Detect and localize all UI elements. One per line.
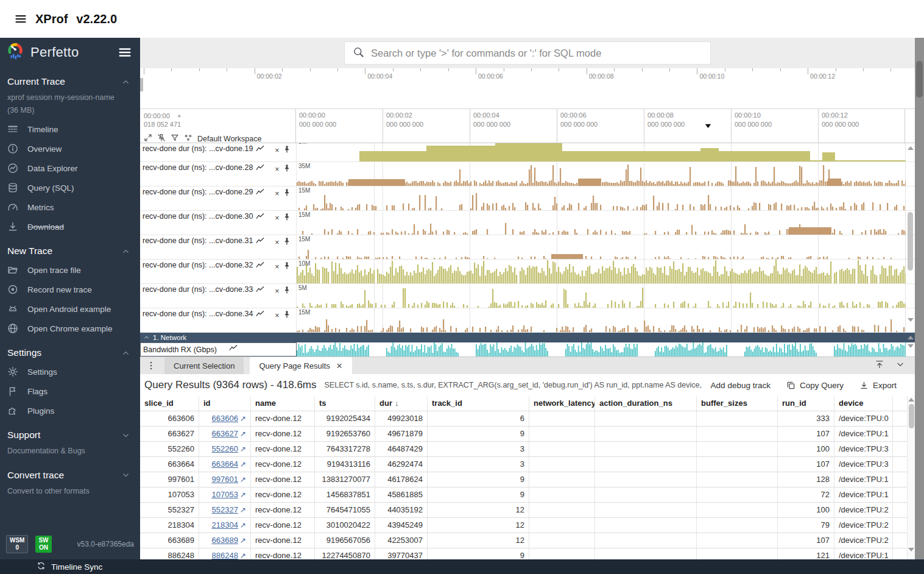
close-icon[interactable]: undefined× xyxy=(267,213,279,222)
bandwidth-track-label[interactable]: Bandwidth RX (Gbps) xyxy=(140,342,297,356)
track-plot[interactable]: 5M xyxy=(297,284,915,308)
close-icon[interactable]: undefined× xyxy=(267,188,279,198)
pin-icon[interactable] xyxy=(283,145,291,154)
id-link[interactable]: 552260 xyxy=(212,444,238,453)
workspace-label[interactable]: Default Workspace xyxy=(197,135,261,143)
open-in-new-icon[interactable]: ↗ xyxy=(240,445,246,453)
open-in-new-icon[interactable]: ↗ xyxy=(240,460,246,469)
table-row[interactable]: 552327552327↗recv-done.12764547105544035… xyxy=(140,503,908,518)
track-plot[interactable]: 15M xyxy=(297,211,915,235)
track-plot[interactable]: 15M xyxy=(297,308,915,332)
id-link[interactable]: 663664 xyxy=(212,459,238,469)
sidebar-item-download[interactable]: Download xyxy=(0,217,140,236)
pin-icon[interactable] xyxy=(283,286,291,294)
track-plot[interactable]: 5M xyxy=(297,143,915,161)
sidebar-item-open-chrome-example[interactable]: Open Chrome example xyxy=(0,319,140,338)
id-link[interactable]: 997601 xyxy=(212,475,238,484)
section-header-convert-trace[interactable]: Convert trace xyxy=(0,461,140,484)
expand-icon[interactable] xyxy=(144,133,152,144)
collapse-panel-icon[interactable] xyxy=(875,360,884,372)
open-in-new-icon[interactable]: ↗ xyxy=(240,430,246,438)
scroll-down-arrow[interactable] xyxy=(908,548,914,551)
chart-icon[interactable] xyxy=(256,286,264,294)
pin-icon[interactable] xyxy=(283,310,291,319)
column-header-device[interactable]: device xyxy=(834,396,893,411)
table-row[interactable]: 663606663606↗recv-done.12919202543449923… xyxy=(140,411,908,427)
id-link[interactable]: 886248 xyxy=(212,551,238,560)
pin-icon[interactable] xyxy=(283,164,291,172)
table-row[interactable]: 552260552260↗recv-done.12764331727846487… xyxy=(140,442,908,457)
section-header-support[interactable]: Support xyxy=(0,420,140,444)
id-link[interactable]: 552327 xyxy=(212,505,238,514)
column-header-id[interactable]: id xyxy=(199,396,251,411)
chart-icon[interactable] xyxy=(256,145,264,154)
open-in-new-icon[interactable]: ↗ xyxy=(240,475,246,484)
section-header-settings[interactable]: Settings xyxy=(0,338,140,362)
pin-icon[interactable] xyxy=(283,261,291,270)
column-header-dur[interactable]: dur↓ xyxy=(375,396,428,411)
pin-icon[interactable] xyxy=(283,188,291,197)
track-scrollbar-thumb[interactable] xyxy=(908,212,913,271)
table-row[interactable]: 997601997601↗recv-done.12138312700774617… xyxy=(140,472,908,487)
pin-off-icon[interactable] xyxy=(157,133,166,144)
column-header-buffer_sizes[interactable]: buffer_sizes xyxy=(697,396,778,411)
timeline-sync-button[interactable]: Timeline Sync xyxy=(51,562,102,572)
scroll-up-arrow[interactable] xyxy=(908,146,914,150)
chart-icon[interactable] xyxy=(256,310,264,319)
track-plot[interactable]: 15M xyxy=(297,235,915,259)
tab-query-page-results[interactable]: Query Page Results ✕ xyxy=(250,357,351,374)
open-in-new-icon[interactable]: ↗ xyxy=(240,506,246,514)
section-header-new-trace[interactable]: New Trace xyxy=(0,236,140,260)
window-scrollbar-thumb[interactable] xyxy=(916,61,923,97)
table-row[interactable]: 663689663689↗recv-done.12919656705642253… xyxy=(140,533,908,548)
network-group-header[interactable]: 1. Network xyxy=(140,333,915,342)
open-in-new-icon[interactable]: ↗ xyxy=(240,551,246,560)
sidebar-item-data-explorer[interactable]: Data Explorer xyxy=(0,158,140,178)
scroll-up-arrow[interactable] xyxy=(908,336,914,339)
chart-icon[interactable] xyxy=(256,188,264,197)
table-scrollbar-thumb[interactable] xyxy=(909,404,914,428)
scroll-down-arrow[interactable] xyxy=(908,318,914,322)
overview-drag-handle[interactable] xyxy=(140,78,143,91)
sidebar-item-flags[interactable]: Flags xyxy=(0,381,140,401)
close-icon[interactable]: ✕ xyxy=(336,361,343,370)
copy-query-button[interactable]: Copy Query xyxy=(786,381,844,390)
filter-icon[interactable] xyxy=(171,133,179,144)
window-scrollbar[interactable] xyxy=(915,38,924,559)
sidebar-menu-button[interactable] xyxy=(118,46,132,59)
column-header-run_id[interactable]: run_id xyxy=(778,396,834,411)
sidebar-item-record-new-trace[interactable]: Record new trace xyxy=(0,280,140,299)
chart-icon[interactable] xyxy=(256,237,264,246)
sidebar-item-metrics[interactable]: Metrics xyxy=(0,197,140,217)
id-link[interactable]: 107053 xyxy=(212,490,238,499)
pin-icon[interactable] xyxy=(283,237,291,246)
table-row[interactable]: 218304218304↗recv-done.12301002042243945… xyxy=(140,518,908,533)
track-scrollbar[interactable] xyxy=(906,144,914,329)
app-menu-button[interactable] xyxy=(15,13,27,25)
export-button[interactable]: Export xyxy=(859,381,897,390)
chart-icon[interactable] xyxy=(256,261,264,270)
table-row[interactable]: 663664663664↗recv-done.12919431311646292… xyxy=(140,457,908,472)
chart-icon[interactable] xyxy=(256,213,264,221)
sidebar-item-timeline[interactable]: Timeline xyxy=(0,119,140,139)
chevron-down-icon[interactable] xyxy=(895,360,905,372)
id-link[interactable]: 663689 xyxy=(212,536,238,545)
bandwidth-plot[interactable] xyxy=(297,342,915,356)
tab-current-selection[interactable]: Current Selection xyxy=(164,357,244,374)
column-header-ts[interactable]: ts xyxy=(315,396,375,411)
sidebar-item-plugins[interactable]: Plugins xyxy=(0,401,140,420)
open-in-new-icon[interactable]: ↗ xyxy=(240,536,246,545)
close-icon[interactable]: undefined× xyxy=(267,310,279,320)
id-link[interactable]: 218304 xyxy=(212,520,238,530)
open-in-new-icon[interactable]: ↗ xyxy=(240,491,246,499)
scroll-up-arrow[interactable] xyxy=(908,398,914,402)
sidebar-item-settings[interactable]: Settings xyxy=(0,362,140,381)
pin-icon[interactable] xyxy=(283,213,291,221)
section-header-current-trace[interactable]: Current Trace xyxy=(0,67,140,91)
table-row[interactable]: 107053107053↗recv-done.12145683785145861… xyxy=(140,487,908,503)
sidebar-item-query-sql-[interactable]: Query (SQL) xyxy=(0,178,140,197)
timeline-marker[interactable] xyxy=(704,121,713,133)
network-scrollbar[interactable] xyxy=(906,334,914,356)
sidebar-item-open-trace-file[interactable]: Open trace file xyxy=(0,260,140,280)
search-input[interactable] xyxy=(371,48,702,59)
